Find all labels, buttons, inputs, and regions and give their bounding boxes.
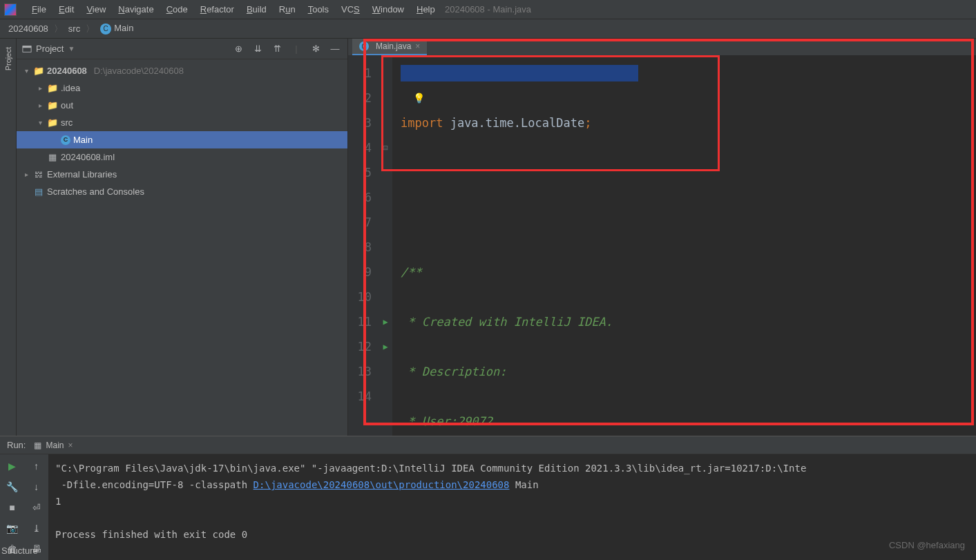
up-icon[interactable]: ↑ (29, 458, 44, 474)
settings-icon[interactable]: ✻ (309, 42, 323, 56)
line-num: 1 (348, 61, 372, 86)
window-title: 20240608 - Main.java (445, 4, 531, 15)
project-panel-title-label: Project (36, 44, 64, 54)
menu-tools[interactable]: Tools (303, 3, 334, 16)
hide-icon[interactable]: — (328, 42, 342, 56)
console-link[interactable]: D:\javacode\20240608\out\production\2024… (253, 479, 510, 490)
tree-ext-libs[interactable]: ▸ 𝍌 External Libraries (17, 166, 347, 183)
collapse-all-icon[interactable]: ⇈ (270, 42, 284, 56)
run-body: ▶ 🔧 ■ 📷 🗑 ↑ ↓ ⏎ ⤓ 🖶 "C:\Program Files\Ja… (0, 454, 976, 560)
softwrap-icon[interactable]: ⏎ (29, 500, 44, 515)
down-icon[interactable]: ↓ (29, 479, 44, 494)
tree-idea[interactable]: ▸ 📁 .idea (17, 79, 347, 97)
tree-root[interactable]: ▾ 📁 20240608 D:\javacode\20240608 (17, 62, 347, 79)
close-icon[interactable]: × (415, 41, 420, 51)
folder-icon: 📁 (33, 66, 44, 77)
editor: C Main.java × 1 2 3 4 5 6 7 8 9 10 11 12… (348, 39, 976, 436)
chevron-right-icon[interactable]: ▸ (36, 79, 44, 97)
scroll-icon[interactable]: ⤓ (29, 521, 44, 536)
editor-tab-main[interactable]: C Main.java × (352, 39, 427, 55)
menu-help[interactable]: Help (411, 3, 441, 16)
menu-navigate[interactable]: Navigate (113, 3, 159, 16)
tree-scratches-label: Scratches and Consoles (47, 183, 144, 200)
line-num: 5 (348, 160, 372, 185)
console-line: "C:\Program Files\Java\jdk-17\bin\java.e… (55, 463, 806, 474)
menu-code[interactable]: Code (161, 3, 193, 16)
run-config-tab[interactable]: ▦ Main × (34, 441, 73, 450)
project-tree[interactable]: ▾ 📁 20240608 D:\javacode\20240608 ▸ 📁 .i… (17, 59, 347, 203)
code-text: ; (584, 116, 591, 130)
app-logo-icon (4, 3, 17, 16)
tool-strip-left-bottom: Structure (0, 541, 17, 560)
fold-marker-icon[interactable]: ⊟ (379, 135, 392, 160)
tree-main[interactable]: C Main (17, 131, 347, 148)
breadcrumb-main[interactable]: CMain (100, 23, 133, 35)
run-marker-icon[interactable]: ▶ (379, 309, 392, 334)
chevron-down-icon[interactable]: ▾ (22, 62, 30, 79)
console-line: 1 (55, 496, 61, 507)
chevron-down-icon: ▼ (68, 45, 75, 52)
editor-tab-label: Main.java (376, 41, 411, 51)
tree-idea-label: .idea (61, 79, 80, 97)
console-line: Process finished with exit code 0 (55, 529, 247, 540)
menu-refactor[interactable]: Refactor (195, 3, 240, 16)
menu-edit[interactable]: Edit (53, 3, 79, 16)
menu-build[interactable]: Build (241, 3, 272, 16)
breadcrumb-src[interactable]: src (68, 23, 80, 34)
divider: | (289, 42, 303, 56)
menu-file[interactable]: File (26, 3, 52, 16)
tree-iml-label: 20240608.iml (61, 148, 115, 166)
project-tool-tab[interactable]: Project (3, 43, 14, 75)
line-num: 4 (348, 135, 372, 160)
chevron-down-icon[interactable]: ▾ (36, 114, 44, 131)
line-num: 14 (348, 384, 372, 409)
structure-tool-tab[interactable]: Structure (0, 541, 17, 560)
file-icon: ▦ (47, 152, 58, 163)
bulb-icon[interactable]: 💡 (413, 86, 425, 110)
watermark: CSDN @hefaxiang (889, 540, 965, 550)
line-num: 6 (348, 185, 372, 210)
chevron-right-icon[interactable]: ▸ (22, 166, 30, 183)
class-icon: C (359, 41, 369, 51)
code-area[interactable]: 1 2 3 4 5 6 7 8 9 10 11 12 13 14 ⊟ ▶ (348, 55, 976, 436)
stop-icon[interactable]: ■ (5, 500, 20, 515)
camera-icon[interactable]: 📷 (5, 521, 20, 536)
run-marker-icon[interactable]: ▶ (379, 334, 392, 359)
tree-iml[interactable]: ▦ 20240608.iml (17, 148, 347, 166)
menu-view[interactable]: View (81, 3, 111, 16)
main-area: Project Project ▼ ⊕ ⇊ ⇈ | ✻ — ▾ 📁 202406… (0, 39, 976, 436)
breadcrumb-main-label: Main (114, 23, 133, 33)
breadcrumb-project[interactable]: 20240608 (8, 23, 48, 34)
tree-scratches[interactable]: ▤ Scratches and Consoles (17, 183, 347, 200)
tree-out[interactable]: ▸ 📁 out (17, 97, 347, 114)
code-text: java.time.LocalDate (443, 116, 584, 130)
tool-icon[interactable]: 🔧 (5, 479, 20, 494)
close-icon[interactable]: × (68, 441, 73, 450)
console-line: Main (509, 479, 538, 490)
class-icon: C (61, 135, 70, 145)
project-panel-title[interactable]: Project ▼ (22, 44, 75, 54)
tree-src[interactable]: ▾ 📁 src (17, 114, 347, 131)
svg-rect-1 (23, 46, 31, 48)
line-gutter: 1 2 3 4 5 6 7 8 9 10 11 12 13 14 (348, 55, 379, 436)
code-content[interactable]: import java.time.LocalDate; 💡 /** * Crea… (392, 55, 976, 436)
menu-run[interactable]: Run (274, 3, 301, 16)
rerun-icon[interactable]: ▶ (5, 458, 20, 474)
line-num: 9 (348, 260, 372, 284)
project-panel: Project ▼ ⊕ ⇊ ⇈ | ✻ — ▾ 📁 20240608 D:\ja… (17, 39, 348, 436)
folder-icon: 📁 (47, 83, 58, 94)
chevron-right-icon[interactable]: ▸ (36, 97, 44, 114)
expand-all-icon[interactable]: ⇊ (251, 42, 265, 56)
locate-icon[interactable]: ⊕ (231, 42, 245, 56)
run-config-name: Main (46, 441, 64, 450)
console-output[interactable]: "C:\Program Files\Java\jdk-17\bin\java.e… (48, 454, 976, 560)
menu-window[interactable]: Window (367, 3, 410, 16)
menu-vcs[interactable]: VCS (336, 3, 365, 16)
folder-icon: 📁 (47, 100, 58, 111)
tree-root-label: 20240608 (47, 62, 87, 79)
project-panel-header: Project ▼ ⊕ ⇊ ⇈ | ✻ — (17, 39, 347, 59)
breadcrumb-sep: 〉 (86, 23, 95, 35)
tree-ext-libs-label: External Libraries (47, 166, 117, 183)
tree-root-path: D:\javacode\20240608 (94, 62, 184, 79)
run-tools-right: ↑ ↓ ⏎ ⤓ 🖶 (24, 454, 48, 560)
